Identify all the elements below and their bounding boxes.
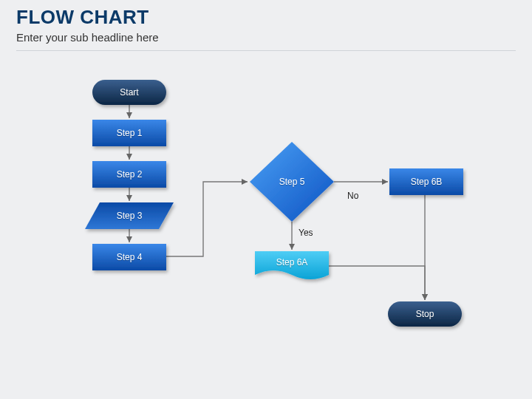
node-stop (388, 301, 462, 327)
node-step5 (250, 142, 334, 222)
node-step2 (92, 161, 166, 188)
node-step6a (255, 251, 329, 279)
node-step4 (92, 244, 166, 270)
edge-label-yes: Yes (299, 228, 313, 238)
flowchart-canvas (0, 0, 532, 399)
node-step1 (92, 120, 166, 146)
node-step3 (85, 202, 174, 229)
node-start (92, 80, 166, 105)
node-step6b (389, 168, 463, 195)
edge-label-no: No (347, 191, 358, 201)
